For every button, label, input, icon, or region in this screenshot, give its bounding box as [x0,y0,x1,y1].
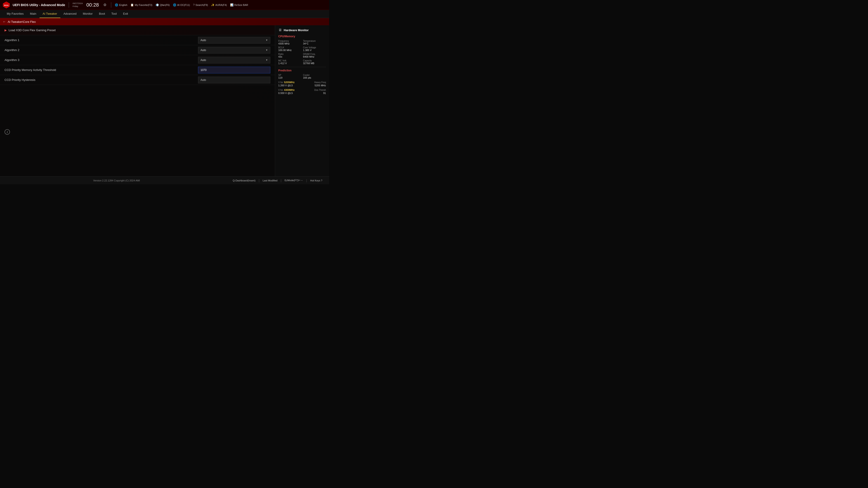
breadcrumb-path: Ai Tweaker\Core Flex [8,20,36,24]
nav-monitor[interactable]: Monitor [80,10,96,18]
footer-hot-keys[interactable]: Hot Keys ? [307,176,326,185]
nav-exit[interactable]: Exit [120,10,131,18]
algorithm-1-label: Algorithm 1 [4,38,20,42]
tool-resize-bar[interactable]: 📊 ReSize BAR [230,3,248,6]
preset-arrow-icon: ▶ [4,29,7,32]
hw-capacity: Capacity 32768 MB [303,59,326,65]
nav-advanced[interactable]: Advanced [60,10,80,18]
footer-ez-mode[interactable]: EzMode(F7)⊢→ [281,176,306,185]
sp-cooler-grid: SP 119 Cooler 166 pts [278,74,326,79]
cooler-item: Cooler 166 pts [303,74,326,79]
ccd-hysteresis-label: CCD Priority Hysteresis [4,78,35,82]
algorithm-2-value: Auto [200,48,206,52]
tool-ai-oc-label: AI OC(F11) [177,4,190,6]
header-divider [69,2,69,8]
svg-text:ROG: ROG [4,4,8,6]
tool-qfan[interactable]: 💨 Qfan(F6) [156,3,170,6]
fan-icon: 💨 [156,3,159,6]
resize-bar-icon: 📊 [230,3,234,6]
algorithm-3-dropdown[interactable]: Auto ▼ [198,57,270,64]
nav-main[interactable]: Main [27,10,39,18]
footer-last-modified[interactable]: Last Modified [259,176,281,185]
tool-aura-label: AURA(F4) [215,4,227,6]
header-divider-2 [111,2,111,8]
footer-version: Version 2.22.1284 Copyright (C) 2024 AMI [4,179,229,182]
hw-bclk: BCLK 100.00 MHz [278,46,301,52]
info-section: i [0,125,14,139]
nav-tool[interactable]: Tool [108,10,120,18]
tool-qfan-label: Qfan(F6) [160,4,170,6]
footer-q-dashboard[interactable]: Q-Dashboard(Insert) [229,176,258,185]
cpu-memory-section-title: CPU/Memory [278,35,326,38]
tool-ai-oc[interactable]: 🌐 AI OC(F11) [173,3,190,6]
hw-frequency-label: Frequency 4300 MHz [278,40,301,45]
algorithm-2-label: Algorithm 2 [4,48,20,52]
nav-my-favorites[interactable]: My Favorites [4,10,27,18]
nav-ai-tweaker[interactable]: Ai Tweaker [39,10,60,18]
tool-my-favorite[interactable]: 📋 My Favorite(F3) [130,3,152,6]
info-icon: i [4,129,10,135]
main-container: ▶ Load X3D Core Flex Gaming Preset Algor… [0,25,329,176]
dropdown-2-arrow-icon: ▼ [266,49,268,51]
v-for-4300-row: V for 4300MHz Dos Thresh 0.930 V @L5 91 [278,89,326,94]
hw-monitor-title: Hardware Monitor [284,29,309,32]
hw-core-voltage: Core Voltage 1.385 V [303,46,326,52]
hardware-monitor-panel: 🖥 Hardware Monitor CPU/Memory Frequency … [275,25,329,176]
ccd-hysteresis-value: Auto [200,78,206,82]
algorithm-2-dropdown[interactable]: Auto ▼ [198,47,270,54]
dropdown-3-arrow-icon: ▼ [266,59,268,61]
date-text: 09/27/2024 Friday [72,2,83,8]
datetime-block: 09/27/2024 Friday [72,2,83,8]
tool-my-favorite-label: My Favorite(F3) [135,4,152,6]
tool-search[interactable]: ? Search(F9) [193,3,208,6]
tool-english[interactable]: 🌐 English [115,3,127,6]
prediction-section-title: Prediction [278,69,326,72]
preset-label: ▶ Load X3D Core Flex Gaming Preset [4,29,56,32]
tool-aura[interactable]: ✨ AURA(F4) [211,3,227,6]
breadcrumb: ← Ai Tweaker\Core Flex [0,18,329,25]
favorite-icon: 📋 [130,3,134,6]
cpu-memory-grid: Frequency 4300 MHz Temperature 34°C BCLK… [278,40,326,65]
algorithm-1-row: Algorithm 1 Auto ▼ [0,35,275,45]
algorithm-2-row: Algorithm 2 Auto ▼ [0,45,275,55]
settings-gear-icon[interactable]: ⚙ [103,3,106,7]
algorithm-1-value: Auto [200,39,206,42]
aura-icon: ✨ [211,3,215,6]
ccd-hysteresis-row: CCD Priority Hysteresis Auto [0,75,275,85]
search-question-icon: ? [193,3,195,6]
rog-logo-icon: ROG [3,1,10,8]
v-for-5205-row: V for 5205MHz Heavy Freq 1.260 V @L5 520… [278,81,326,87]
empty-content-area: i [0,85,275,144]
preset-row[interactable]: ▶ Load X3D Core Flex Gaming Preset [0,25,275,35]
footer-items: Q-Dashboard(Insert) | Last Modified | Ez… [229,176,326,185]
nav-boot[interactable]: Boot [96,10,108,18]
hw-monitor-title-row: 🖥 Hardware Monitor [278,28,326,32]
hw-dram-freq: DRAM Freq. 6400 MHz [303,53,326,58]
hw-temperature-label: Temperature 34°C [303,40,326,45]
header-tools: 🌐 English 📋 My Favorite(F3) 💨 Qfan(F6) 🌐… [115,3,327,6]
hw-mc-volt: MC Volt. 1.412 V [278,59,301,65]
globe-icon: 🌐 [115,3,118,6]
dropdown-1-arrow-icon: ▼ [266,39,268,41]
ccd-memory-input[interactable]: 1070 [198,67,270,73]
sp-item: SP 119 [278,74,301,79]
algorithm-1-dropdown[interactable]: Auto ▼ [198,37,270,43]
ccd-memory-row: CCD Priority Memory Activity Threshold 1… [0,65,275,75]
algorithm-3-label: Algorithm 3 [4,58,20,62]
nav-bar: My Favorites Main Ai Tweaker Advanced Mo… [0,10,329,18]
tool-english-label: English [119,4,127,6]
ai-icon: 🌐 [173,3,176,6]
app-title: UEFI BIOS Utility - Advanced Mode [13,3,65,7]
tool-resize-bar-label: ReSize BAR [235,4,248,6]
ccd-hysteresis-control[interactable]: Auto [198,76,270,84]
hw-ratio: Ratio 43x [278,53,301,58]
ccd-memory-label: CCD Priority Memory Activity Threshold [4,68,56,72]
ccd-memory-value: 1070 [200,68,207,72]
algorithm-3-value: Auto [200,59,206,62]
header: ROG UEFI BIOS Utility - Advanced Mode 09… [0,0,329,10]
back-button[interactable]: ← [3,20,6,24]
footer: Version 2.22.1284 Copyright (C) 2024 AMI… [0,176,329,184]
tool-search-label: Search(F9) [195,4,208,6]
content-area: ▶ Load X3D Core Flex Gaming Preset Algor… [0,25,275,176]
clock-display: 00:28 [86,2,99,8]
